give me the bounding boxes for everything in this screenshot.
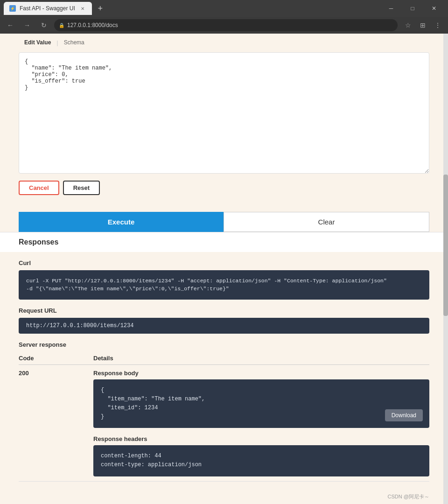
request-url-block: http://127.0.0.1:8000/items/1234 [19,318,429,334]
reset-button[interactable]: Reset [63,181,100,195]
tab-title: Fast API - Swagger UI [20,5,75,12]
tab-edit-value[interactable]: Edit Value [19,37,56,49]
editor-button-group: Cancel Reset [19,181,429,195]
table-row: 200 Response body { "item_name": "The it… [19,364,429,481]
responses-title: Responses [19,238,58,246]
response-table: Code Details 200 Response body { "item_n… [19,352,429,482]
response-body-text: { "item_name": "The item name", "item_id… [101,387,205,420]
server-response-label: Server response [19,341,429,348]
menu-button[interactable]: ⋮ [431,19,444,32]
refresh-button[interactable]: ↻ [37,19,50,32]
response-headers-label: Response headers [93,435,429,442]
curl-code-block: curl -X PUT "http://127.0.0.1:8000/items… [19,270,429,300]
download-button[interactable]: Download [385,409,423,421]
url-text: 127.0.0.1:8000/docs [67,22,118,28]
close-button[interactable]: ✕ [424,1,444,16]
browser-tab[interactable]: ⚡ Fast API - Swagger UI ✕ [4,2,92,15]
responses-body: Curl curl -X PUT "http://127.0.0.1:8000/… [0,252,448,489]
clear-button[interactable]: Clear [224,212,429,232]
lock-icon: 🔒 [59,23,64,28]
response-code: 200 [19,364,93,481]
tab-favicon: ⚡ [9,5,16,12]
response-headers-code: content-length: 44content-type: applicat… [93,445,429,476]
tab-close-button[interactable]: ✕ [79,5,86,12]
forward-button[interactable]: → [21,19,34,32]
tab-schema[interactable]: Schema [58,37,90,49]
minimize-button[interactable]: ─ [381,1,401,16]
bookmark-button[interactable]: ☆ [401,19,414,32]
back-button[interactable]: ← [4,19,17,32]
request-url-text: http://127.0.0.1:8000/items/1234 [26,322,133,329]
code-header: Code [19,352,93,365]
response-details: Response body { "item_name": "The item n… [93,364,429,481]
response-body-code: { "item_name": "The item name", "item_id… [93,379,429,428]
response-headers-text: content-length: 44content-type: applicat… [101,453,202,468]
watermark: CSDN @阿尼卡～ [388,493,429,500]
json-editor[interactable]: { "name": "The item name", "price": 0, "… [19,52,429,174]
scrollbar[interactable] [443,34,448,504]
action-button-group: Execute Clear [19,212,429,232]
responses-section-header: Responses [0,232,448,252]
editor-tab-bar: Edit Value | Schema [19,34,429,49]
curl-label: Curl [19,259,429,266]
details-header: Details [93,352,429,365]
window-controls: ─ □ ✕ [381,1,444,16]
extensions-button[interactable]: ⊞ [416,19,429,32]
curl-command-text: curl -X PUT "http://127.0.0.1:8000/items… [26,278,387,292]
response-body-label: Response body [93,370,429,377]
maximize-button[interactable]: □ [402,1,423,16]
scrollbar-thumb[interactable] [443,175,448,315]
execute-button[interactable]: Execute [19,212,224,232]
cancel-button[interactable]: Cancel [19,181,59,195]
address-bar[interactable]: 🔒 127.0.0.1:8000/docs [54,19,398,31]
new-tab-button[interactable]: + [94,2,107,15]
request-url-label: Request URL [19,307,429,314]
